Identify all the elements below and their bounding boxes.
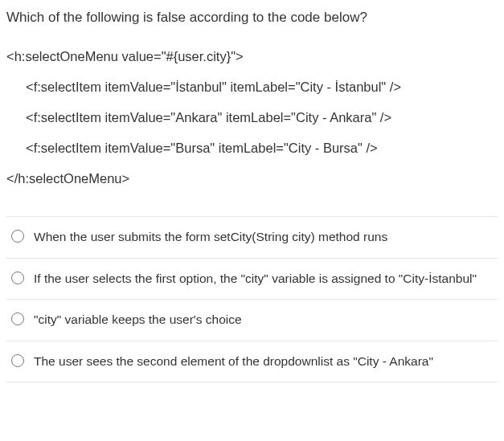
code-line-3: <f:selectItem itemValue="Ankara" itemLab… (6, 103, 498, 133)
code-line-5: </h:selectOneMenu> (6, 164, 498, 194)
option-text: "city" variable keeps the user's choice (34, 311, 242, 329)
option-text: When the user submits the form setCity(S… (34, 228, 387, 246)
option-text: The user sees the second element of the … (34, 353, 433, 370)
option-text: If the user selects the first option, th… (34, 270, 477, 288)
radio-icon (11, 272, 24, 284)
code-line-1: <h:selectOneMenu value="#{user.city}"> (6, 42, 498, 72)
options-list: When the user submits the form setCity(S… (6, 216, 498, 382)
question-prompt: Which of the following is false accordin… (6, 8, 498, 27)
option-1[interactable]: When the user submits the form setCity(S… (6, 216, 498, 257)
radio-icon (11, 312, 24, 325)
radio-icon (11, 230, 24, 243)
radio-icon (11, 354, 24, 367)
option-4[interactable]: The user sees the second element of the … (6, 341, 498, 382)
option-3[interactable]: "city" variable keeps the user's choice (6, 299, 498, 340)
code-line-2: <f:selectItem itemValue="İstanbul" itemL… (6, 72, 498, 103)
question-container: Which of the following is false accordin… (0, 0, 504, 390)
code-block: <h:selectOneMenu value="#{user.city}"> <… (6, 42, 498, 194)
option-2[interactable]: If the user selects the first option, th… (6, 258, 498, 299)
code-line-4: <f:selectItem itemValue="Bursa" itemLabe… (6, 133, 498, 164)
